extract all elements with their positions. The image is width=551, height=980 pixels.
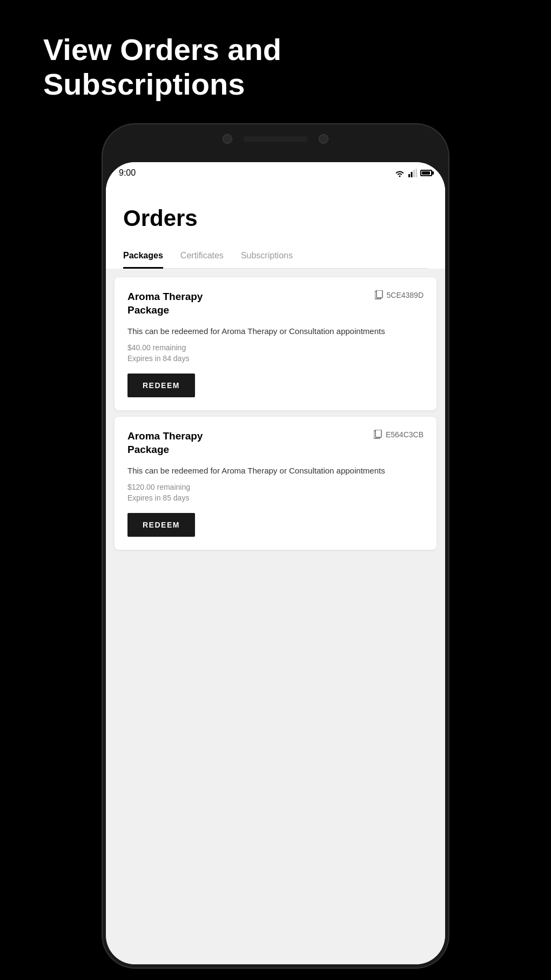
orders-title: Orders — [123, 205, 428, 231]
tabs-row: Packages Certificates Subscriptions — [123, 244, 428, 269]
package-expires-1: Expires in 84 days — [127, 354, 424, 363]
packages-list: Aroma Therapy Package 5CE4389D This can … — [106, 269, 445, 964]
svg-rect-5 — [377, 290, 382, 298]
package-expires-2: Expires in 85 days — [127, 494, 424, 502]
package-code-1: 5CE4389D — [375, 290, 424, 300]
svg-rect-1 — [411, 172, 413, 177]
speaker-grille — [243, 136, 308, 142]
svg-rect-0 — [408, 174, 410, 177]
svg-rect-7 — [375, 430, 381, 437]
package-description-1: This can be redeemed for Aroma Therapy o… — [127, 325, 424, 338]
status-bar: 9:00 — [106, 162, 445, 184]
package-card: Aroma Therapy Package 5CE4389D This can … — [115, 277, 436, 410]
tab-certificates[interactable]: Certificates — [180, 244, 224, 269]
camera-dot-right — [319, 134, 328, 144]
tab-subscriptions[interactable]: Subscriptions — [241, 244, 293, 269]
redeem-button-2[interactable]: REDEEM — [127, 513, 195, 537]
copy-icon-2 — [374, 430, 382, 439]
orders-header: Orders Packages Certificates Subscriptio… — [106, 184, 445, 269]
signal-icon — [408, 169, 417, 177]
package-remaining-1: $40.00 remaining — [127, 343, 424, 352]
phone-camera-area — [103, 134, 448, 144]
package-code-2: E564C3CB — [374, 430, 424, 439]
battery-icon — [420, 170, 432, 176]
card-header-1: Aroma Therapy Package 5CE4389D — [127, 290, 424, 317]
phone-screen: 9:00 — [106, 162, 445, 964]
phone-outer: 9:00 — [103, 124, 448, 968]
app-content[interactable]: Orders Packages Certificates Subscriptio… — [106, 184, 445, 964]
package-name-2: Aroma Therapy Package — [127, 430, 236, 456]
package-card-2: Aroma Therapy Package E564C3CB This can … — [115, 417, 436, 550]
tab-packages[interactable]: Packages — [123, 244, 163, 269]
redeem-button-1[interactable]: REDEEM — [127, 374, 195, 397]
card-header-2: Aroma Therapy Package E564C3CB — [127, 430, 424, 456]
camera-dot-left — [223, 134, 232, 144]
copy-icon-1 — [375, 290, 384, 300]
package-description-2: This can be redeemed for Aroma Therapy o… — [127, 465, 424, 477]
page-title-area: View Orders and Subscriptions — [43, 32, 281, 102]
phone-device: 9:00 — [103, 124, 448, 968]
wifi-icon — [394, 169, 405, 177]
package-remaining-2: $120.00 remaining — [127, 483, 424, 491]
svg-rect-3 — [416, 169, 418, 177]
package-name-1: Aroma Therapy Package — [127, 290, 236, 317]
svg-rect-2 — [413, 170, 415, 177]
page-title: View Orders and Subscriptions — [43, 32, 281, 102]
status-icons — [394, 169, 432, 177]
status-time: 9:00 — [119, 168, 136, 178]
